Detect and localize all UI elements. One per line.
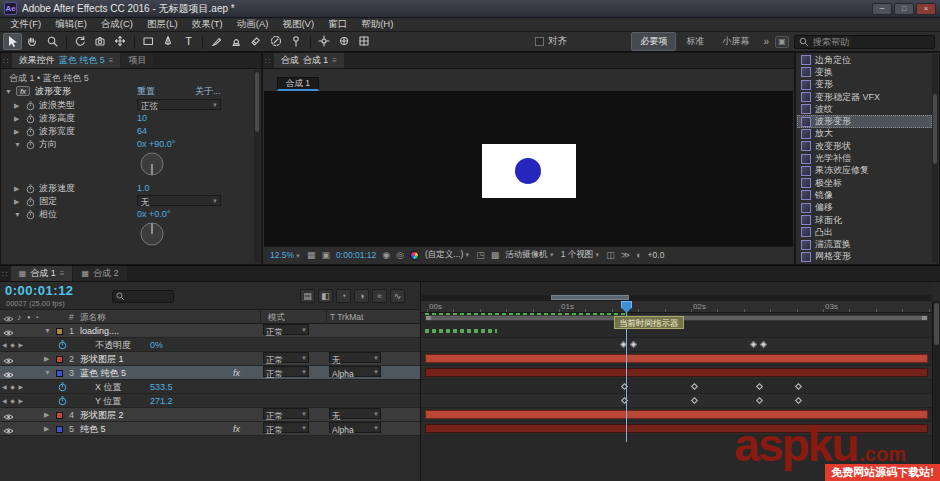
property-row[interactable]: ▼ 相位 0x +0.0° [1, 208, 261, 221]
selection-tool[interactable] [3, 33, 22, 50]
keyframe[interactable] [760, 341, 767, 348]
blend-mode-dropdown[interactable]: 正常▼ [263, 422, 309, 433]
property-row[interactable]: ◀ ◆ ▶ Y 位置 271.2 [0, 394, 420, 408]
keyframe[interactable] [795, 397, 802, 404]
snapshot-icon[interactable]: ◉ [382, 250, 390, 260]
panel-grip-icon[interactable]: ∷ [1, 53, 11, 68]
layer-label-chip[interactable] [56, 426, 63, 433]
effects-list-item[interactable]: 镜像 [797, 189, 932, 201]
region-of-interest-icon[interactable]: ◳ [476, 250, 485, 260]
twirl-icon[interactable]: ▶ [44, 422, 49, 436]
effects-list-item[interactable]: 偏移 [797, 202, 932, 214]
stopwatch-icon[interactable] [26, 210, 35, 224]
scrollbar[interactable] [254, 70, 260, 263]
rectangle-tool[interactable] [139, 33, 158, 50]
navigator-handle[interactable] [551, 295, 629, 300]
tab-project[interactable]: 项目 [121, 53, 153, 68]
trkmat-dropdown[interactable]: 无▼ [329, 408, 381, 419]
twirl-icon[interactable]: ▶ [14, 182, 19, 195]
effects-list-item[interactable]: 变形稳定器 VFX [797, 91, 932, 103]
menu-item[interactable]: 图层(L) [140, 18, 185, 31]
camera-tool[interactable] [91, 33, 110, 50]
twirl-icon[interactable]: ▼ [14, 208, 21, 221]
effects-list-item[interactable]: 改变形状 [797, 140, 932, 152]
property-row[interactable]: ▶ 波形宽度 64 [1, 125, 261, 138]
timeline-search-box[interactable] [112, 290, 174, 303]
pen-tool[interactable] [159, 33, 178, 50]
menu-item[interactable]: 窗口 [321, 18, 354, 31]
property-row[interactable]: ▼ 方向 0x +90.0° [1, 138, 261, 151]
property-value[interactable]: 1.0 [137, 182, 150, 195]
scrollbar[interactable] [932, 54, 938, 263]
panel-menu-icon[interactable]: ≡ [109, 56, 114, 65]
property-value[interactable]: 0% [150, 338, 163, 352]
trkmat-dropdown[interactable]: 无▼ [329, 352, 381, 363]
pixel-aspect-icon[interactable]: ◫ [606, 250, 615, 260]
composition-viewport[interactable] [264, 91, 793, 248]
track-row[interactable] [421, 394, 932, 408]
frame-blend-icon[interactable]: ◑ [354, 289, 369, 303]
keyframe[interactable] [691, 383, 698, 390]
twirl-icon[interactable]: ▶ [14, 99, 19, 112]
effects-list-item[interactable]: 波纹 [797, 103, 932, 115]
effects-list-item[interactable]: 网格变形 [797, 251, 932, 263]
property-row[interactable]: ◀ ◆ ▶ X 位置 533.5 [0, 380, 420, 394]
panel-grip-icon[interactable]: ∷ [0, 266, 10, 281]
fast-preview-icon[interactable]: ≫ [621, 250, 630, 260]
safe-frames-icon[interactable]: ▦ [307, 250, 316, 260]
blend-mode-dropdown[interactable]: 正常▼ [263, 366, 309, 377]
about-link[interactable]: 关于... [195, 85, 221, 98]
layer-label-chip[interactable] [56, 328, 63, 335]
blend-mode-dropdown[interactable]: 正常▼ [263, 324, 309, 335]
zoom-tool[interactable] [43, 33, 62, 50]
track-row[interactable] [421, 338, 932, 352]
viewer-timecode[interactable]: 0:00:01:12 [336, 250, 376, 260]
workspace-overflow-chevron[interactable]: » [758, 36, 774, 47]
panel-menu-icon[interactable]: ≡ [60, 269, 65, 278]
comp-mini-tab[interactable]: 合成 1 [277, 77, 319, 91]
track-row[interactable] [421, 366, 932, 380]
effect-name[interactable]: 波形变形 [35, 85, 71, 98]
titlebar[interactable]: Ae Adobe After Effects CC 2016 - 无标题项目.a… [0, 0, 940, 18]
puppet-pin-tool[interactable] [287, 33, 306, 50]
timeline-tab-comp1[interactable]: ▦ 合成 1 ≡ [11, 266, 73, 281]
snapping-toggle[interactable]: 对齐 [535, 35, 567, 48]
tab-composition[interactable]: 合成 合成 1 ≡ [274, 53, 344, 68]
scrollbar[interactable] [932, 301, 940, 481]
exposure-icon[interactable]: ◐ [636, 250, 641, 260]
fx-switch[interactable]: fx [233, 366, 240, 380]
trkmat-dropdown[interactable]: Alpha▼ [329, 366, 381, 377]
effects-list-item[interactable]: 凸出 [797, 226, 932, 238]
track-row[interactable] [421, 380, 932, 394]
keyframe-navigator-icon[interactable]: ◀ ◆ ▶ [2, 338, 24, 352]
menu-item[interactable]: 文件(F) [3, 18, 48, 31]
twirl-icon[interactable]: ▼ [14, 138, 21, 151]
mode-column-label[interactable]: 模式 [268, 310, 285, 324]
property-name[interactable]: 不透明度 [95, 338, 131, 352]
effects-list-item[interactable]: 边角定位 [797, 54, 932, 66]
effects-list-item[interactable]: 球面化 [797, 214, 932, 226]
transparency-grid-icon[interactable]: ▩ [491, 250, 500, 260]
keyframe[interactable] [756, 397, 763, 404]
property-row[interactable]: ▶ 波形速度 1.0 [1, 182, 261, 195]
workspace-tab[interactable]: 标准 [678, 33, 712, 50]
eye-icon[interactable] [3, 425, 14, 439]
time-navigator[interactable] [421, 282, 932, 301]
menu-item[interactable]: 视图(V) [275, 18, 321, 31]
effect-header-row[interactable]: ▼ fx 波形变形 重置 关于... [1, 85, 261, 98]
property-name[interactable]: X 位置 [95, 380, 122, 394]
resolution-dropdown[interactable]: (自定义...)▼ [425, 249, 470, 261]
channels-icon[interactable] [410, 251, 419, 260]
panel-menu-icon[interactable]: ≡ [332, 56, 337, 65]
hand-tool[interactable] [23, 33, 42, 50]
comp-mini-flowchart-icon[interactable]: ▤ [300, 289, 315, 303]
layer-row[interactable]: ▼ 1 loading.... 正常▼ [0, 324, 420, 338]
navigator-track[interactable] [421, 295, 932, 300]
keyframe[interactable] [756, 383, 763, 390]
menu-item[interactable]: 效果(T) [185, 18, 230, 31]
layer-name[interactable]: 蓝色 纯色 5 [80, 366, 126, 380]
draft-3d-icon[interactable]: ◧ [318, 289, 333, 303]
property-value[interactable]: 0x +0.0° [137, 208, 170, 221]
maximize-button[interactable]: □ [894, 3, 914, 15]
layer-name[interactable]: 形状图层 2 [80, 408, 124, 422]
